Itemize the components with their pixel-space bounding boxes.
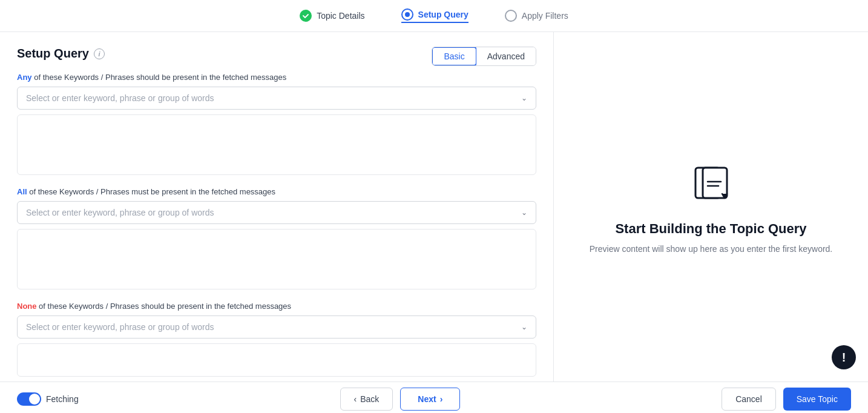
alert-fab-button[interactable]: ! <box>832 345 856 369</box>
advanced-mode-button[interactable]: Advanced <box>476 47 536 65</box>
cancel-button[interactable]: Cancel <box>722 388 776 411</box>
none-dropdown[interactable]: Select or enter keyword, phrase or group… <box>17 316 536 339</box>
next-chevron-icon: › <box>440 394 443 404</box>
none-placeholder: Select or enter keyword, phrase or group… <box>26 322 214 332</box>
step-apply-filters[interactable]: Apply Filters <box>505 10 568 22</box>
all-keyword: All <box>17 187 27 196</box>
pending-step-icon <box>505 10 517 22</box>
fetching-label: Fetching <box>46 394 79 404</box>
any-placeholder: Select or enter keyword, phrase or group… <box>26 93 214 103</box>
all-placeholder: Select or enter keyword, phrase or group… <box>26 208 214 217</box>
stepper: Topic Details Setup Query Apply Filters <box>0 0 868 32</box>
completed-icon <box>300 10 312 22</box>
left-panel: Basic Advanced Setup Query i Any of thes… <box>0 32 553 382</box>
main-container: Basic Advanced Setup Query i Any of thes… <box>0 32 868 382</box>
toggle-knob <box>29 394 40 405</box>
back-chevron-icon: ‹ <box>354 394 357 404</box>
fetching-switch[interactable] <box>17 392 41 406</box>
active-step-icon <box>401 8 413 21</box>
basic-mode-button[interactable]: Basic <box>432 47 476 66</box>
mode-toggle: Basic Advanced <box>432 47 536 66</box>
next-button[interactable]: Next › <box>400 388 460 411</box>
none-keyword: None <box>17 302 37 311</box>
exclamation-icon: ! <box>842 351 846 365</box>
all-keyword-box[interactable] <box>17 229 536 289</box>
all-dropdown[interactable]: Select or enter keyword, phrase or group… <box>17 201 536 224</box>
svg-rect-1 <box>703 168 727 198</box>
preview-title: Start Building the Topic Query <box>615 221 806 237</box>
back-button[interactable]: ‹ Back <box>340 388 393 411</box>
step-topic-details[interactable]: Topic Details <box>300 10 364 22</box>
none-chevron-icon: ⌄ <box>521 323 527 331</box>
none-section-label: None of these Keywords / Phrases should … <box>17 302 536 311</box>
none-keyword-box[interactable] <box>17 343 536 377</box>
any-keyword-box[interactable] <box>17 114 536 175</box>
info-icon[interactable]: i <box>94 48 105 59</box>
step-topic-details-label: Topic Details <box>317 11 364 21</box>
step-setup-query[interactable]: Setup Query <box>401 8 469 23</box>
any-keyword: Any <box>17 73 32 82</box>
step-apply-filters-label: Apply Filters <box>522 11 568 21</box>
all-section-label: All of these Keywords / Phrases must be … <box>17 187 536 196</box>
all-chevron-icon: ⌄ <box>521 208 527 217</box>
preview-icon <box>689 160 733 206</box>
bottom-bar: Fetching ‹ Back Next › Cancel Save Topic <box>0 382 868 413</box>
right-panel: Start Building the Topic Query Preview c… <box>553 32 868 382</box>
any-chevron-icon: ⌄ <box>521 94 527 102</box>
right-buttons: Cancel Save Topic <box>722 388 851 411</box>
nav-buttons: ‹ Back Next › <box>340 388 461 411</box>
save-topic-button[interactable]: Save Topic <box>783 388 851 411</box>
step-setup-query-label: Setup Query <box>418 10 469 19</box>
any-dropdown[interactable]: Select or enter keyword, phrase or group… <box>17 87 536 110</box>
preview-subtitle: Preview content will show up here as you… <box>590 244 833 254</box>
any-section-label: Any of these Keywords / Phrases should b… <box>17 73 536 82</box>
page-title: Setup Query i <box>17 47 432 61</box>
fetching-toggle: Fetching <box>17 392 79 406</box>
